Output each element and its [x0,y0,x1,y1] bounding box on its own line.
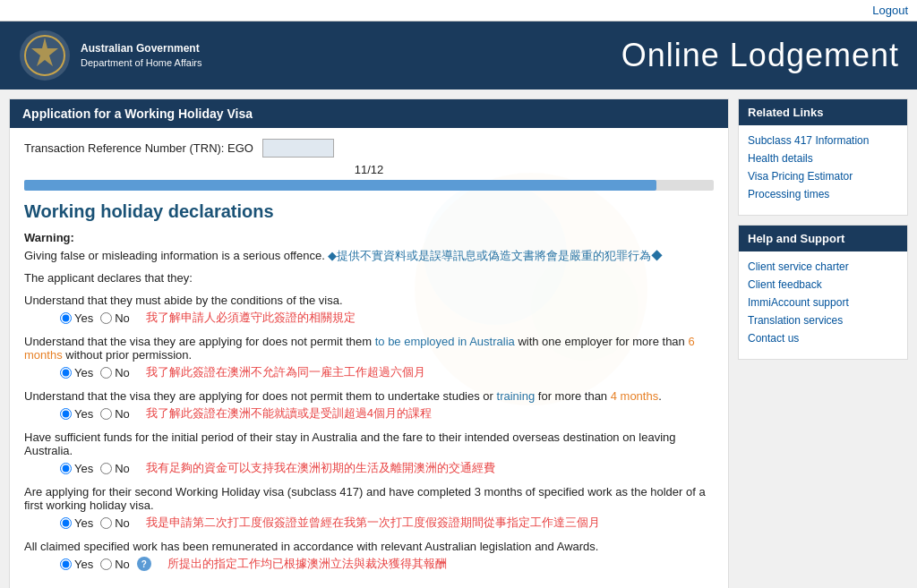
decl3-no-label[interactable]: No [100,407,130,421]
form-content: Transaction Reference Number (TRN): EGO … [10,128,728,588]
logo-text: Australian Government Department of Home… [81,41,202,70]
decl4-text: Have sufficient funds for the initial pe… [24,430,714,457]
help-support-content: Client service charter Client feedback I… [739,251,907,359]
sidebar-link-processing[interactable]: Processing times [748,188,898,200]
decl4-yes-radio[interactable] [60,463,72,474]
decl5-no-radio[interactable] [100,517,112,529]
decl5-yes-label[interactable]: Yes [60,516,93,530]
warning-label: Warning: [24,231,714,244]
related-links-title: Related Links [739,99,907,125]
logout-link[interactable]: Logout [872,4,908,17]
declaration-3: Understand that the visa they are applyi… [24,389,714,422]
progress-bar-fill [24,180,656,191]
decl6-text: All claimed specified work has been remu… [24,540,714,553]
top-bar: Logout [0,0,917,21]
declaration-1: Understand that they must abide by the c… [24,294,714,326]
decl1-yes-radio[interactable] [60,312,72,324]
sidebar: Related Links Subclass 417 Information H… [738,98,908,588]
decl3-radio-row: Yes No 我了解此簽證在澳洲不能就讀或是受訓超過4個月的課程 [24,405,714,422]
decl2-text: Understand that the visa they are applyi… [24,335,714,362]
decl1-no-label[interactable]: No [100,311,130,325]
decl4-chinese: 我有足夠的資金可以支持我在澳洲初期的生活及離開澳洲的交通經費 [146,460,495,476]
decl6-no-radio[interactable] [100,558,112,570]
trn-value [262,139,334,158]
content-area: Application for a Working Holiday Visa T… [9,98,729,588]
warning-text: Giving false or misleading information i… [24,248,714,264]
decl3-yes-radio[interactable] [60,408,72,420]
trn-row: Transaction Reference Number (TRN): EGO [24,139,714,158]
decl4-yes-label[interactable]: Yes [60,462,93,475]
sidebar-link-visa-pricing[interactable]: Visa Pricing Estimator [748,170,898,183]
decl1-text: Understand that they must abide by the c… [24,294,714,307]
decl4-no-label[interactable]: No [100,462,130,475]
decl5-yes-radio[interactable] [60,517,72,529]
decl2-yes-radio[interactable] [60,367,72,379]
declaration-2: Understand that the visa they are applyi… [24,335,714,380]
decl3-text: Understand that the visa they are applyi… [24,389,714,403]
sidebar-link-immiaccount[interactable]: ImmiAccount support [748,296,898,309]
main-container: Application for a Working Holiday Visa T… [0,89,917,588]
decl2-yes-label[interactable]: Yes [60,366,93,379]
decl5-radio-row: Yes No 我是申請第二次打工度假簽證並曾經在我第一次打工度假簽證期間從事指定… [24,515,714,531]
section-title: Working holiday declarations [24,201,714,222]
decl5-chinese: 我是申請第二次打工度假簽證並曾經在我第一次打工度假簽證期間從事指定工作達三個月 [146,515,600,531]
sidebar-link-health[interactable]: Health details [748,152,898,165]
gov-crest-icon [18,29,72,82]
decl6-yes-radio[interactable] [60,558,72,570]
trn-label: Transaction Reference Number (TRN): EGO [24,141,253,155]
decl2-no-label[interactable]: No [100,366,130,379]
declaration-4: Have sufficient funds for the initial pe… [24,430,714,476]
declaration-5: Are applying for their second Working Ho… [24,485,714,531]
decl1-radio-row: Yes No 我了解申請人必須遵守此簽證的相關規定 [24,310,714,326]
declaration-6: All claimed specified work has been remu… [24,540,714,572]
application-header: Application for a Working Holiday Visa [10,99,728,128]
decl1-no-radio[interactable] [100,312,112,324]
decl6-no-label[interactable]: No [100,558,130,571]
help-support-box: Help and Support Client service charter … [738,225,908,360]
decl6-yes-label[interactable]: Yes [60,558,93,571]
decl2-no-radio[interactable] [100,367,112,379]
decl6-radio-row: Yes No ? 所提出的指定工作均已根據澳洲立法與裁決獲得其報酬 [24,556,714,572]
decl3-chinese: 我了解此簽證在澳洲不能就讀或是受訓超過4個月的課程 [146,405,432,422]
decl4-radio-row: Yes No 我有足夠的資金可以支持我在澳洲初期的生活及離開澳洲的交通經費 [24,460,714,476]
sidebar-link-client-feedback[interactable]: Client feedback [748,278,898,291]
related-links-content: Subclass 417 Information Health details … [739,125,907,215]
decl1-yes-label[interactable]: Yes [60,311,93,325]
logo-area: Australian Government Department of Home… [18,29,202,82]
progress-bar-container [24,180,714,191]
decl2-radio-row: Yes No 我了解此簽證在澳洲不允許為同一雇主工作超過六個月 [24,364,714,380]
progress-text: 11/12 [24,163,714,176]
sidebar-link-subclass417[interactable]: Subclass 417 Information [748,134,898,147]
progress-bar-background [24,180,714,191]
decl6-chinese: 所提出的指定工作均已根據澳洲立法與裁決獲得其報酬 [167,556,447,572]
decl3-yes-label[interactable]: Yes [60,407,93,421]
sidebar-link-translation[interactable]: Translation services [748,314,898,327]
help-icon[interactable]: ? [137,557,151,571]
decl3-no-radio[interactable] [100,408,112,420]
decl4-no-radio[interactable] [100,463,112,474]
page-title: Online Lodgement [202,37,899,74]
warning-chinese: ◆提供不實資料或是誤導訊息或偽造文書將會是嚴重的犯罪行為◆ [328,249,663,262]
decl5-text: Are applying for their second Working Ho… [24,485,714,512]
page-header: Australian Government Department of Home… [0,21,917,89]
related-links-box: Related Links Subclass 417 Information H… [738,98,908,216]
help-support-title: Help and Support [739,226,907,251]
decl1-chinese: 我了解申請人必須遵守此簽證的相關規定 [146,310,356,326]
sidebar-link-client-service[interactable]: Client service charter [748,260,898,273]
declares-text: The applicant declares that they: [24,271,714,285]
sidebar-link-contact[interactable]: Contact us [748,332,898,345]
decl2-chinese: 我了解此簽證在澳洲不允許為同一雇主工作超過六個月 [146,364,425,380]
decl5-no-label[interactable]: No [100,516,130,530]
